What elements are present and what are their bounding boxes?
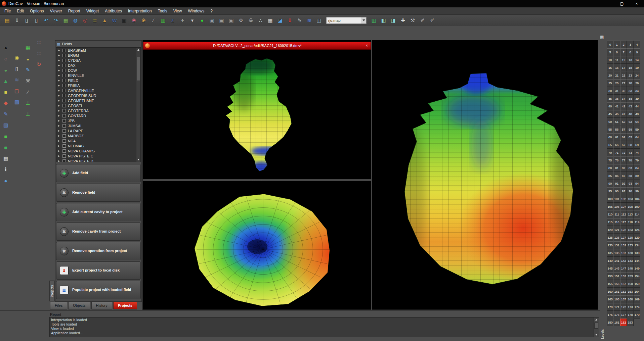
level-126[interactable]: 126 [613,234,620,241]
waves-blue-icon[interactable]: ≋ [12,76,21,84]
tree-scrollbar[interactable] [136,48,140,162]
level-50[interactable]: 50 [607,118,613,126]
level-123[interactable]: 123 [627,226,634,234]
document-close-button[interactable]: × [363,43,371,48]
level-116[interactable]: 116 [613,218,620,226]
level-144[interactable]: 144 [634,257,640,264]
level-64[interactable]: 64 [634,133,640,141]
jack-tool-icon[interactable]: ⚒ [408,16,417,25]
level-151[interactable]: 151 [613,272,620,280]
field-checkbox[interactable] [62,119,66,123]
level-146[interactable]: 146 [613,264,620,272]
combobox-arrow-icon[interactable] [361,17,366,23]
globe-icon[interactable]: ◍ [71,16,80,25]
field-checkbox[interactable] [62,104,66,107]
level-98[interactable]: 98 [627,187,634,195]
level-97[interactable]: 97 [620,187,627,195]
menu-viewer[interactable]: Viewer [47,8,65,14]
level-57[interactable]: 57 [620,126,627,133]
expand-icon[interactable]: ▶ [58,160,60,162]
level-6[interactable]: 6 [613,48,620,56]
level-7[interactable]: 7 [620,48,627,56]
level-134[interactable]: 134 [634,241,640,249]
levels-panel-icon[interactable]: ▦ [600,35,604,39]
table-green-icon[interactable]: ▦ [24,44,32,52]
level-95[interactable]: 95 [607,187,613,195]
level-105[interactable]: 105 [607,203,613,210]
level-82[interactable]: 82 [620,164,627,172]
field-checkbox[interactable] [62,149,66,153]
expand-icon[interactable]: ▶ [58,74,60,77]
cube-icon[interactable]: ◫ [314,16,324,25]
screen-icon[interactable]: ▣ [120,16,129,25]
expand-icon[interactable]: ▶ [58,49,60,52]
level-4[interactable]: 4 [634,41,640,48]
level-72[interactable]: 72 [620,149,627,156]
level-73[interactable]: 73 [627,149,634,156]
expand-icon[interactable]: ▶ [58,130,60,132]
level-63[interactable]: 63 [627,133,634,141]
level-61[interactable]: 61 [613,133,620,141]
pin-icon[interactable]: ⌖ [178,16,187,25]
field-row-nca[interactable]: ▶NCA [56,138,140,143]
populate-project-button[interactable]: ≣Populate project with loaded field [56,281,141,299]
level-85[interactable]: 85 [607,172,613,180]
field-checkbox[interactable] [62,59,66,62]
level-27[interactable]: 27 [620,79,627,87]
level-69[interactable]: 69 [634,141,640,149]
side-tab-projects[interactable]: Projects [49,281,55,301]
maximize-button[interactable]: ▢ [614,0,629,7]
level-87[interactable]: 87 [620,172,627,180]
remove-operation-from-project-button[interactable]: ✖Remove operation from project [56,242,141,260]
info-icon[interactable]: ℹ [1,165,10,174]
level-180[interactable]: 180 [607,319,613,326]
add-field-button[interactable]: ✚Add field [56,164,141,182]
field-checkbox[interactable] [62,89,66,92]
grid-tool-icon[interactable]: ∷ [35,38,43,46]
level-108[interactable]: 108 [627,203,634,210]
field-checkbox[interactable] [62,94,66,97]
level-53[interactable]: 53 [627,118,634,126]
level-117[interactable]: 117 [620,218,627,226]
level-153[interactable]: 153 [627,272,634,280]
level-56[interactable]: 56 [613,126,620,133]
level-71[interactable]: 71 [613,149,620,156]
import-map-icon[interactable]: ⇓ [12,16,22,25]
level-167[interactable]: 167 [620,295,627,303]
level-58[interactable]: 58 [627,126,634,133]
level-29[interactable]: 29 [634,79,640,87]
field-row-jpb[interactable]: ▶JPB [56,118,140,123]
level-81[interactable]: 81 [613,164,620,172]
level-178[interactable]: 178 [627,311,634,319]
tab-objects[interactable]: Objects [68,302,90,309]
tab-files[interactable]: Files [50,302,67,309]
report-scroll-down-icon[interactable] [594,333,599,337]
level-129[interactable]: 129 [634,234,640,241]
wrench-icon[interactable]: ⚒ [24,77,32,85]
level-132[interactable]: 132 [620,241,627,249]
level-161[interactable]: 161 [613,288,620,295]
level-68[interactable]: 68 [627,141,634,149]
level-76[interactable]: 76 [613,156,620,164]
pen-light-icon[interactable]: ✎ [24,66,32,74]
level-92[interactable]: 92 [620,180,627,187]
ruler-icon[interactable]: ∕ [149,16,158,25]
field-checkbox[interactable] [62,139,66,143]
undo-icon[interactable]: ↶ [42,16,51,25]
level-48[interactable]: 48 [627,110,634,118]
level-67[interactable]: 67 [620,141,627,149]
move-icon[interactable]: ✚ [398,16,407,25]
columns-icon[interactable]: ▥ [369,16,378,25]
level-171[interactable]: 171 [613,303,620,311]
level-3[interactable]: 3 [627,41,634,48]
level-128[interactable]: 128 [627,234,634,241]
level-159[interactable]: 159 [634,280,640,288]
level-172[interactable]: 172 [620,303,627,311]
level-33[interactable]: 33 [627,87,634,95]
menu-windows[interactable]: Windows [185,8,207,14]
field-checkbox[interactable] [62,79,66,82]
fill-colors-icon[interactable]: ▥ [159,16,168,25]
level-16[interactable]: 16 [613,64,620,71]
level-160[interactable]: 160 [607,288,613,295]
level-150[interactable]: 150 [607,272,613,280]
